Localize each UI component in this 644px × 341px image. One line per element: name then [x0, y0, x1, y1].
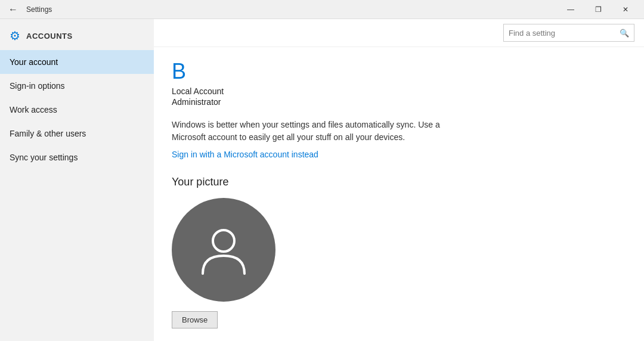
sync-info-text: Windows is better when your settings and… — [172, 119, 470, 144]
search-input[interactable] — [509, 29, 620, 38]
svg-point-0 — [213, 230, 234, 252]
search-box[interactable]: 🔍 — [503, 24, 634, 42]
avatar-circle — [172, 198, 275, 302]
minimize-button[interactable]: — — [557, 0, 584, 19]
content-scroll[interactable]: B Local Account Administrator Windows is… — [154, 47, 644, 341]
browse-button[interactable]: Browse — [172, 311, 218, 328]
app-body: ⚙ ACCOUNTS Your account Sign-in options … — [0, 19, 644, 341]
window-title: Settings — [26, 5, 52, 14]
account-avatar-letter: B — [172, 59, 626, 84]
sidebar: ⚙ ACCOUNTS Your account Sign-in options … — [0, 19, 154, 341]
back-button[interactable]: ← — [5, 2, 21, 17]
title-bar-left: ← Settings — [5, 2, 52, 17]
sidebar-nav: Your account Sign-in options Work access… — [0, 50, 154, 169]
person-icon — [197, 223, 250, 277]
sidebar-item-work-access[interactable]: Work access — [0, 98, 154, 122]
search-icon: 🔍 — [620, 29, 629, 38]
restore-button[interactable]: ❐ — [584, 0, 612, 19]
back-icon: ← — [8, 4, 18, 15]
sidebar-item-sign-in-options[interactable]: Sign-in options — [0, 74, 154, 98]
sidebar-item-sync-settings[interactable]: Sync your settings — [0, 145, 154, 169]
content-top-bar: 🔍 — [154, 19, 644, 47]
person-svg — [197, 223, 250, 277]
sidebar-item-family-other-users[interactable]: Family & other users — [0, 122, 154, 145]
ms-account-link[interactable]: Sign in with a Microsoft account instead — [172, 150, 318, 159]
content-area: 🔍 B Local Account Administrator Windows … — [154, 19, 644, 341]
sidebar-item-your-account[interactable]: Your account — [0, 50, 154, 74]
close-button[interactable]: ✕ — [612, 0, 639, 19]
window-controls: — ❐ ✕ — [557, 0, 639, 19]
title-bar: ← Settings — ❐ ✕ — [0, 0, 644, 19]
account-type: Administrator — [172, 97, 626, 107]
sidebar-app-title: ACCOUNTS — [26, 32, 73, 41]
sidebar-header: ⚙ ACCOUNTS — [0, 19, 154, 50]
account-name: Local Account — [172, 86, 626, 96]
your-picture-title: Your picture — [172, 176, 626, 188]
gear-icon: ⚙ — [10, 29, 20, 43]
